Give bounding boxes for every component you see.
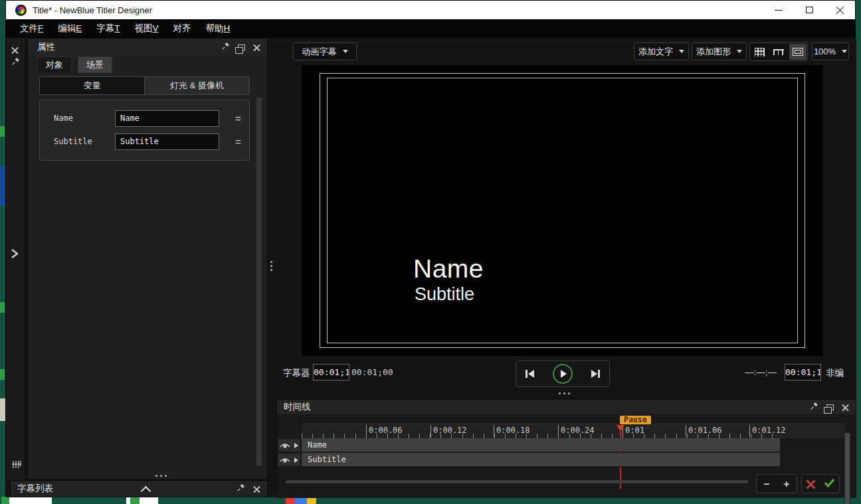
menu-align[interactable]: 对齐	[166, 20, 199, 37]
ruler-tick-label: 0:00.06	[366, 425, 403, 437]
zoom-in-button[interactable]: +	[779, 478, 795, 489]
timecode-dashes: —:—;—	[745, 367, 777, 377]
ruler-toggle-button[interactable]	[770, 44, 787, 60]
name-field[interactable]	[115, 110, 219, 127]
pin-icon[interactable]	[810, 402, 818, 412]
track-expand-icon[interactable]	[294, 443, 298, 448]
track-expand-icon[interactable]	[294, 458, 298, 463]
go-to-end-button[interactable]	[591, 370, 600, 378]
ruler-tick-label: 0:01.12	[749, 425, 786, 437]
app-window: Title* - NewBlue Titler Designer 文件F 编辑E…	[5, 0, 856, 497]
maximize-icon	[806, 7, 813, 13]
timeline-title: 时间线	[284, 401, 311, 413]
transport-resize-handle[interactable]	[559, 392, 570, 394]
minimize-icon	[775, 10, 783, 11]
timeline-body: 0:00.06 0:00.12 0:00.18 0:00.24 0:01 0:0…	[277, 414, 856, 498]
preview-canvas[interactable]: Name Subtitle	[302, 65, 823, 356]
window-title: Title* - NewBlue Titler Designer	[33, 5, 152, 15]
pin-icon[interactable]	[237, 483, 245, 494]
skip-start-icon	[528, 370, 534, 378]
canvas-title-text[interactable]: Name	[413, 254, 484, 284]
mode-label: 非编	[826, 367, 844, 379]
timeline-ruler[interactable]: 0:00.06 0:00.12 0:00.18 0:00.24 0:01 0:0…	[302, 424, 845, 438]
rail-pin-icon[interactable]	[11, 56, 20, 68]
float-panel-icon[interactable]	[238, 44, 245, 50]
close-icon	[836, 6, 844, 15]
cancel-button[interactable]	[806, 479, 816, 489]
menu-edit[interactable]: 编辑E	[50, 20, 89, 37]
ruler-tick-label: 0:00.12	[430, 425, 467, 437]
out-time-input[interactable]	[785, 364, 821, 380]
template-selector-dropdown[interactable]: 动画字幕	[293, 42, 357, 60]
timeline-horizontal-scrollbar[interactable]	[286, 480, 748, 483]
close-panel-icon[interactable]	[842, 404, 849, 411]
grid-toggle-button[interactable]	[751, 44, 768, 60]
grid-icon	[755, 48, 765, 56]
track-clip-subtitle[interactable]: Subtitle	[302, 453, 780, 467]
zoom-out-button[interactable]: −	[759, 478, 775, 489]
properties-panel: 属性 对象 场景 变量 灯光 & 摄像机 Name =	[27, 38, 268, 480]
go-to-start-button[interactable]	[526, 370, 534, 378]
expand-up-chevron[interactable]	[142, 485, 149, 495]
safe-area-icon	[793, 48, 803, 56]
menu-file[interactable]: 文件F	[13, 20, 50, 37]
ruler-icon	[773, 49, 784, 55]
close-panel-icon[interactable]	[253, 485, 260, 493]
play-button[interactable]	[553, 364, 573, 384]
chevron-down-icon	[343, 50, 348, 53]
skip-end-icon	[591, 370, 597, 378]
field-label-name: Name	[54, 114, 115, 123]
minimize-button[interactable]	[763, 1, 794, 19]
menu-help[interactable]: 帮助H	[199, 20, 238, 37]
safe-area-toggle-button[interactable]	[789, 44, 807, 60]
add-shape-dropdown[interactable]: 添加图形	[692, 42, 747, 60]
add-text-dropdown[interactable]: 添加文字	[634, 42, 689, 60]
confirm-button[interactable]	[824, 478, 835, 490]
menu-view[interactable]: 视图V	[128, 20, 166, 37]
desktop-icon-fragment	[0, 398, 5, 421]
tally-icon[interactable]	[12, 460, 21, 471]
pin-icon[interactable]	[221, 42, 230, 52]
desktop-icon-fragment	[0, 166, 5, 206]
ruler-tick-label: 0:00.24	[558, 425, 595, 437]
track-clip-name[interactable]: Name	[302, 438, 780, 452]
track-visibility-eye-icon[interactable]	[280, 440, 290, 452]
subtab-lights-camera[interactable]: 灯光 & 摄像机	[144, 77, 249, 94]
properties-scrollbar[interactable]	[256, 98, 262, 466]
chevron-down-icon	[737, 50, 742, 53]
desktop-icon-fragment	[0, 369, 5, 380]
column-splitter-handle[interactable]	[270, 261, 272, 271]
tab-scene[interactable]: 场景	[78, 56, 112, 73]
tab-object[interactable]: 对象	[37, 56, 72, 73]
titler-label: 字幕器	[283, 367, 310, 379]
close-panel-icon[interactable]	[253, 44, 260, 51]
link-expression-button[interactable]: =	[235, 136, 241, 147]
taskbar-icon	[9, 497, 52, 504]
rail-close-icon[interactable]	[11, 44, 19, 56]
subtitle-field[interactable]	[115, 133, 219, 150]
desktop-icon-fragment	[0, 126, 5, 137]
track-visibility-eye-icon[interactable]	[280, 454, 290, 466]
zoom-level-dropdown[interactable]: 100%	[812, 42, 849, 60]
pause-marker[interactable]: Pause	[620, 416, 651, 424]
track-row-subtitle: Subtitle	[277, 453, 856, 467]
taskbar-icon	[1, 497, 9, 504]
subtab-variables[interactable]: 变量	[40, 77, 144, 94]
float-panel-icon[interactable]	[826, 404, 834, 410]
chevron-down-icon	[842, 50, 847, 53]
canvas-subtitle-text[interactable]: Subtitle	[415, 284, 474, 305]
maximize-button[interactable]	[794, 1, 824, 19]
link-expression-button[interactable]: =	[235, 113, 241, 124]
expand-panel-chevron[interactable]	[11, 248, 19, 262]
app-logo-icon	[15, 5, 27, 16]
ruler-tick-label: 0:01.06	[686, 425, 722, 437]
title-bar: Title* - NewBlue Titler Designer	[6, 1, 855, 19]
panel-resize-handle[interactable]	[155, 475, 167, 477]
properties-panel-title: 属性	[37, 41, 55, 53]
timeline-zoom-group: − +	[756, 474, 797, 493]
timeline-vertical-scrollbar[interactable]	[844, 433, 850, 504]
menu-title[interactable]: 字幕T	[89, 20, 127, 37]
current-time-input[interactable]	[313, 364, 349, 380]
close-button[interactable]	[824, 1, 855, 19]
ruler-tick-label: 0:01	[622, 425, 644, 437]
